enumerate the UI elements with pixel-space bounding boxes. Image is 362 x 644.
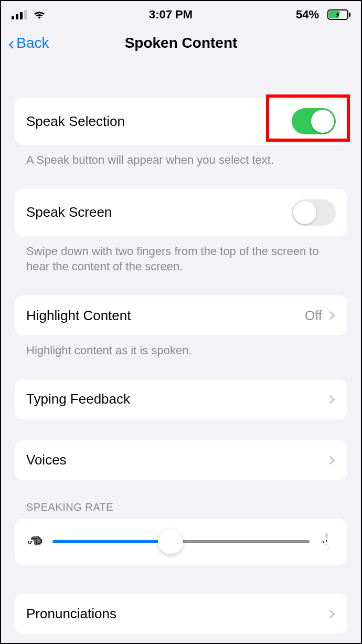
speak-selection-toggle[interactable]	[292, 108, 336, 134]
row-label: Highlight Content	[26, 308, 305, 324]
status-left	[12, 10, 46, 19]
row-pronunciations[interactable]: Pronunciations	[15, 594, 347, 634]
back-label: Back	[16, 35, 49, 51]
row-label: Speak Selection	[26, 113, 292, 130]
row-label: Speak Screen	[26, 204, 292, 220]
page-title: Spoken Content	[1, 35, 361, 51]
speak-screen-footer: Swipe down with two fingers from the top…	[15, 236, 347, 275]
row-label: Voices	[26, 452, 327, 468]
chevron-right-icon	[326, 395, 335, 404]
chevron-left-icon: ‹	[8, 34, 14, 52]
speaking-rate-header: SPEAKING RATE	[15, 501, 347, 519]
chevron-right-icon	[326, 456, 335, 464]
row-value: Off	[305, 308, 322, 323]
row-highlight-content[interactable]: Highlight Content Off	[15, 295, 347, 335]
status-right: 54% ⚡︎	[296, 8, 350, 22]
charging-bolt-icon: ⚡︎	[335, 10, 340, 19]
status-time: 3:07 PM	[46, 8, 296, 22]
wifi-icon	[33, 10, 46, 19]
row-typing-feedback[interactable]: Typing Feedback	[15, 379, 347, 419]
chevron-right-icon	[326, 609, 335, 618]
row-label: Typing Feedback	[26, 391, 327, 407]
status-bar: 3:07 PM 54% ⚡︎	[1, 1, 361, 26]
back-button[interactable]: ‹ Back	[8, 34, 49, 52]
battery-percent-text: 54%	[296, 8, 319, 22]
speak-selection-footer: A Speak button will appear when you sele…	[15, 145, 347, 168]
speak-screen-toggle[interactable]	[292, 199, 336, 226]
nav-bar: ‹ Back Spoken Content	[1, 26, 361, 60]
battery-icon: ⚡︎	[325, 9, 350, 20]
row-speak-screen[interactable]: Speak Screen	[15, 189, 347, 236]
row-speak-selection[interactable]: Speak Selection	[15, 98, 347, 145]
cellular-signal-icon	[12, 10, 27, 19]
row-label: Pronunciations	[26, 606, 327, 622]
row-speaking-rate: 🐢 🐇	[15, 519, 347, 565]
hare-icon: 🐇	[317, 532, 338, 551]
tortoise-icon: 🐢	[24, 532, 45, 551]
speaking-rate-slider[interactable]	[52, 531, 310, 552]
row-voices[interactable]: Voices	[15, 440, 347, 480]
chevron-right-icon	[326, 311, 335, 320]
highlight-content-footer: Highlight content as it is spoken.	[15, 335, 347, 358]
